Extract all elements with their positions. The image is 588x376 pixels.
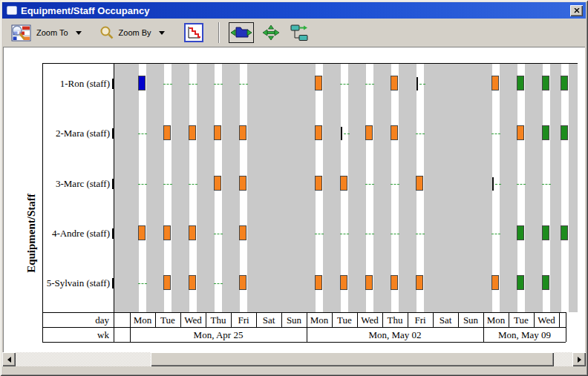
grid-line [42, 63, 43, 342]
milestone-tick [492, 177, 494, 191]
fit-view-button[interactable] [229, 22, 254, 43]
close-button[interactable] [570, 5, 583, 16]
occupancy-bar[interactable] [517, 76, 524, 90]
app-icon [7, 6, 17, 15]
occupancy-bar[interactable] [315, 76, 322, 90]
h-scrollbar[interactable] [2, 352, 586, 366]
availability-dash [391, 234, 399, 234]
occupancy-bar[interactable] [561, 76, 568, 90]
occupancy-bar[interactable] [163, 275, 171, 290]
title-bar[interactable]: Equipment/Staff Occupancy [2, 2, 586, 19]
occupancy-bar[interactable] [239, 125, 246, 140]
toolbar-separator [218, 22, 220, 43]
availability-dash [138, 184, 147, 185]
availability-dash [491, 234, 500, 234]
occupancy-bar[interactable] [189, 225, 196, 240]
availability-dash [416, 234, 425, 234]
occupancy-bar[interactable] [491, 275, 499, 290]
milestone-tick [341, 127, 342, 140]
zoom-by-caret-icon[interactable] [159, 31, 165, 35]
availability-dash [163, 84, 172, 85]
occupancy-bar[interactable] [138, 76, 146, 90]
row-label: 1-Ron (staff) [42, 77, 110, 90]
occupancy-bar[interactable] [239, 275, 246, 290]
day-header-cell: Mon [483, 313, 509, 327]
scroll-left-icon [7, 357, 11, 363]
availability-dash [138, 133, 147, 134]
availability-dash [365, 184, 374, 185]
occupancy-bar[interactable] [542, 275, 549, 290]
occupancy-bar[interactable] [315, 275, 322, 290]
occupancy-bar[interactable] [214, 125, 221, 140]
occupancy-bar[interactable] [239, 176, 246, 191]
day-header-cell: Wed [534, 313, 559, 327]
occupancy-bar[interactable] [391, 76, 398, 90]
scroll-left-button[interactable] [2, 352, 16, 366]
occupancy-bar[interactable] [340, 176, 347, 191]
occupancy-bar[interactable] [561, 125, 568, 140]
row-label: 5-Sylvain (staff) [42, 277, 110, 290]
row-label: 3-Marc (staff) [42, 177, 110, 191]
occupancy-bar[interactable] [517, 225, 524, 240]
occupancy-bar[interactable] [517, 275, 524, 290]
occupancy-window: Equipment/Staff Occupancy Zoom To [0, 0, 588, 376]
occupancy-bar[interactable] [239, 225, 246, 240]
zoom-to-caret-icon[interactable] [76, 31, 82, 35]
grid-line [559, 312, 560, 327]
scroll-right-icon [578, 357, 581, 363]
occupancy-bar[interactable] [542, 225, 549, 240]
occupancy-bar[interactable] [561, 225, 568, 240]
occupancy-bar[interactable] [491, 76, 499, 90]
day-header-cell: Sun [458, 313, 483, 327]
row-label: 4-Andre (staff) [42, 227, 110, 240]
availability-dash [491, 133, 500, 134]
occupancy-bar[interactable] [315, 125, 322, 140]
occupancy-bar[interactable] [214, 176, 221, 191]
availability-dash [340, 234, 349, 234]
occupancy-bar[interactable] [189, 125, 196, 140]
day-header-cell: Wed [180, 313, 206, 327]
occupancy-bar[interactable] [189, 275, 196, 290]
availability-dash [315, 234, 324, 234]
zoom-to-button[interactable] [10, 24, 32, 42]
availability-dash [340, 84, 349, 85]
grid-line [114, 63, 114, 342]
gantt-chart-button[interactable] [184, 23, 203, 42]
availability-dash [391, 184, 399, 185]
day-corner-label: day [42, 313, 109, 327]
occupancy-bar[interactable] [365, 125, 373, 140]
layout-button[interactable] [290, 24, 309, 42]
occupancy-bar[interactable] [542, 76, 549, 90]
wk-corner-label: wk [42, 328, 109, 342]
pan-view-button[interactable] [261, 24, 281, 42]
zoom-by-button[interactable] [99, 25, 114, 40]
occupancy-bar[interactable] [542, 125, 549, 140]
availability-dash [214, 283, 223, 284]
availability-dash [365, 84, 374, 85]
zoom-to-label[interactable]: Zoom To [36, 28, 68, 37]
day-header-cell: Sat [433, 313, 458, 327]
occupancy-bar[interactable] [416, 275, 423, 290]
scroll-right-button[interactable] [572, 352, 586, 366]
occupancy-bar[interactable] [163, 225, 171, 240]
gantt-chart-icon [186, 25, 201, 40]
occupancy-bar[interactable] [391, 275, 398, 290]
occupancy-bar[interactable] [416, 176, 423, 191]
row-label: 2-Mara (staff) [42, 127, 110, 140]
occupancy-bar[interactable] [163, 125, 171, 140]
availability-dash [189, 84, 197, 85]
zoom-by-label[interactable]: Zoom By [119, 28, 151, 37]
zoom-to-chart-icon [10, 24, 32, 42]
week-header-cell: Mon, Apr 25 [130, 328, 307, 342]
scroll-thumb[interactable] [151, 352, 554, 366]
row-tick [112, 128, 114, 139]
availability-dash [163, 184, 172, 185]
occupancy-bar[interactable] [138, 225, 146, 240]
occupancy-bar[interactable] [517, 125, 524, 140]
occupancy-bar[interactable] [391, 125, 398, 140]
occupancy-bar[interactable] [340, 275, 347, 290]
occupancy-bar[interactable] [315, 176, 322, 191]
day-header-cell: Fri [231, 313, 256, 327]
chart-area: Equipment/Staff MonTueWedThuFriSatSunMon… [3, 47, 585, 352]
occupancy-bar[interactable] [365, 275, 373, 290]
